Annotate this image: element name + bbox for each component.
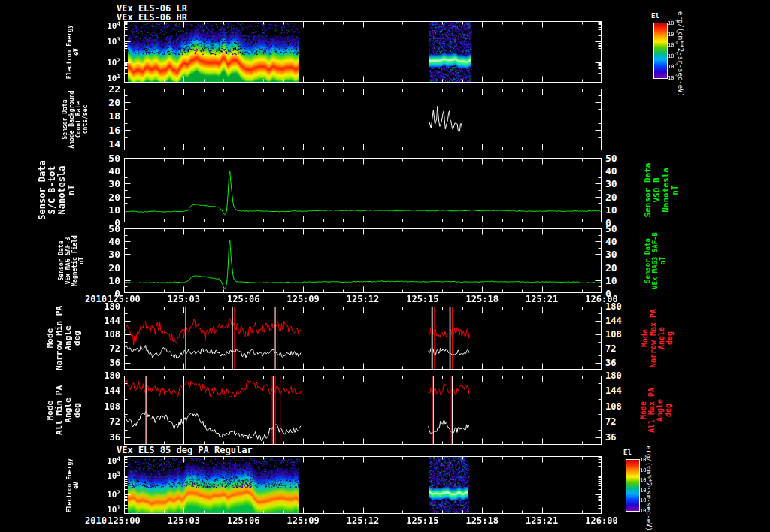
- ytick-label-left-spec_bot: 102: [107, 489, 120, 500]
- ytick-label-left-narrow_pa: 72: [110, 343, 120, 354]
- all_pa-right-axis-label-line: deg: [664, 388, 672, 433]
- all_pa-right-axis-label-line: Mode: [639, 388, 647, 433]
- axis-frame: [125, 229, 602, 293]
- colorbar-bottom-title: El: [623, 449, 632, 456]
- ytick-label-left-counts: 16: [108, 124, 120, 135]
- ytick-label-left-mag: 40: [108, 236, 120, 247]
- ytick-label-right-btot: 10: [605, 204, 617, 215]
- ytick-label-left-all_pa: 180: [104, 370, 120, 381]
- axis-frame: [125, 22, 602, 83]
- colorbar-tick-label: 10-9: [668, 74, 678, 80]
- ytick-label-right-narrow_pa: 108: [605, 329, 622, 340]
- all_pa-right-axis-label: ModeAll Max PAAngledeg: [639, 388, 672, 433]
- all_pa-plot: [124, 376, 602, 445]
- spec_top-left-axis-label-line: Electron Energy: [66, 25, 73, 79]
- btot-plot: [124, 158, 602, 222]
- ytick-label-left-btot: 40: [108, 165, 120, 177]
- btot-left-axis-label-line: nT: [67, 160, 77, 219]
- ytick-label-left-spec_bot: 104: [107, 455, 120, 467]
- colorbar-tick-label: 10-5: [668, 30, 678, 37]
- ytick-label-left-counts: 20: [108, 97, 120, 108]
- ytick-label-right-btot: 30: [605, 178, 617, 189]
- ytick-label-right-all_pa: 36: [605, 432, 616, 443]
- narrow_pa-right-axis-label-line: deg: [665, 309, 674, 367]
- time-tick-label-top: 126:00: [585, 294, 617, 304]
- counts-left-axis-label-line: Sensor Data: [62, 90, 68, 148]
- narrow_pa-right-axis-label: ModeNarrow Max PAAngledeg: [641, 309, 674, 367]
- ytick-label-left-all_pa: 36: [110, 432, 120, 443]
- all-max-pa-trace: [429, 384, 469, 395]
- counts-left-axis-label-line: Count Rate: [75, 90, 82, 148]
- time-tick-label-top: 125:21: [526, 294, 558, 304]
- ytick-label-left-spec_bot: 103: [107, 470, 120, 481]
- axis-ticks: [125, 229, 602, 293]
- ytick-label-left-mag: 30: [108, 249, 120, 260]
- narrow_pa-left-axis-label-line: deg: [73, 306, 82, 370]
- time-tick-label-top: 125:15: [406, 294, 438, 304]
- axis-ticks: [125, 159, 602, 222]
- time-tick-label-bottom: 125:00: [108, 515, 140, 526]
- ytick-label-right-narrow_pa: 72: [605, 343, 616, 354]
- ytick-label-left-btot: 30: [108, 178, 120, 189]
- btot-right-axis-label: Sensor DataVSO BNanoteslanT: [644, 163, 680, 218]
- all_pa-right-axis-label-line: Angle: [656, 388, 664, 433]
- ytick-label-right-narrow_pa: 36: [605, 358, 616, 368]
- colorbar-top-title: El: [651, 12, 659, 20]
- time-tick-label-bottom: 125:09: [286, 515, 319, 526]
- ytick-label-right-mag: 30: [605, 249, 617, 260]
- ytick-label-right-btot: 20: [605, 191, 617, 202]
- x-axis-year-label-bottom: 2010: [85, 515, 107, 526]
- bottom-spectrogram-title: VEx ELS 85 deg PA Regular: [117, 445, 253, 455]
- axis-ticks: [125, 376, 602, 445]
- time-tick-label-top: 125:00: [108, 294, 140, 304]
- vex-els-summary-plot: VEx ELS-06 LR VEx ELS-06 HR VEx ELS 85 d…: [0, 0, 770, 532]
- ytick-label-left-spec_top: 102: [107, 56, 120, 68]
- ytick-label-left-narrow_pa: 36: [110, 358, 120, 368]
- spec_bot-left-axis-label: Electron EnergyeV: [66, 458, 80, 512]
- vex-mag-saf-b-trace: [124, 240, 602, 289]
- ytick-label-left-all_pa: 108: [104, 401, 120, 412]
- colorbar-tick-label: 10-4: [668, 19, 678, 26]
- axis-ticks: [125, 22, 602, 83]
- spec_top-left-axis-label-line: eV: [73, 25, 80, 79]
- time-tick-label-bottom: 125:06: [227, 515, 259, 526]
- colorbar-tick-label: 10-8: [640, 497, 650, 503]
- colorbar-tick-label: 10-5: [640, 466, 650, 473]
- time-tick-label-top: 125:03: [168, 294, 200, 304]
- ytick-label-left-spec_top: 101: [107, 73, 120, 84]
- time-tick-label-bottom: 126:00: [585, 515, 617, 526]
- time-tick-label-top: 125:09: [286, 294, 319, 304]
- ytick-label-right-all_pa: 108: [605, 401, 622, 412]
- time-tick-label-bottom: 125:15: [406, 515, 438, 526]
- ytick-label-right-all_pa: 144: [605, 385, 622, 396]
- ytick-label-left-narrow_pa: 144: [104, 316, 120, 326]
- all_pa-left-axis-label-line: deg: [73, 385, 82, 435]
- mag-left-axis-label-line: Magnetic Field: [71, 235, 78, 286]
- btot-right-axis-label-line: nT: [671, 163, 680, 218]
- narrow_pa-right-axis-label-line: Narrow Max PA: [649, 309, 657, 367]
- panel-narrow_pa: [124, 307, 602, 370]
- ytick-label-right-mag: 20: [605, 261, 617, 273]
- mag-left-axis-label-line: Sensor Data: [58, 235, 65, 286]
- ytick-label-left-spec_top: 103: [107, 36, 120, 47]
- ytick-label-right-all_pa: 180: [605, 370, 622, 381]
- colorbar-tick-label: 10-8: [668, 63, 678, 70]
- btot-left-axis-label: Sensor DataS/C B-totNanoteslanT: [38, 160, 77, 219]
- colorbar-tick-label: 10-7: [668, 52, 678, 59]
- panel-spec_top: [124, 21, 602, 83]
- ytick-label-left-counts: 18: [108, 110, 120, 122]
- counts-left-axis-label: Sensor DataAnode BackgroundCount Ratecnt…: [62, 90, 89, 148]
- mag-right-axis-label-line: Sensor Data: [644, 232, 651, 289]
- axis-frame: [125, 307, 602, 370]
- panel-spec_bot: [124, 456, 602, 514]
- mag-right-axis-label: Sensor DataVEx MAG3 SAF-BnT: [644, 232, 666, 289]
- spec_bot-left-axis-label-line: Electron Energy: [66, 458, 73, 512]
- axis-frame: [125, 376, 602, 445]
- colorbar-tick-label: 10-7: [640, 486, 650, 493]
- spec_top-plot: [124, 21, 602, 83]
- mag-left-axis-label: Sensor DataVEx MAG SAF-BMagnetic FieldnT: [58, 235, 85, 286]
- ytick-label-left-mag: 20: [108, 261, 120, 273]
- colorbar-bottom: [626, 459, 640, 512]
- mag-right-axis-label-line: nT: [659, 232, 666, 289]
- mag-left-axis-label-line: nT: [78, 235, 85, 286]
